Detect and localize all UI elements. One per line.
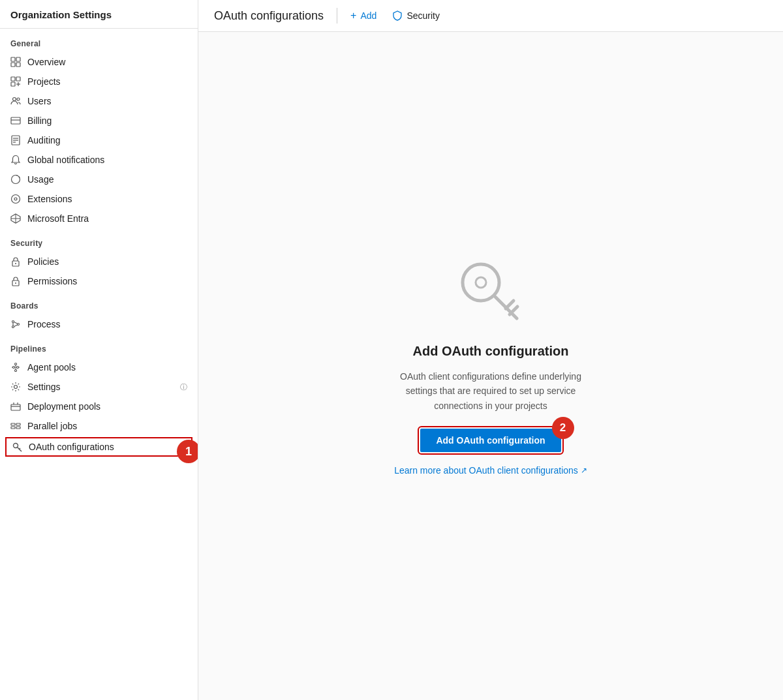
- svg-rect-2: [11, 63, 15, 67]
- svg-rect-43: [11, 404, 20, 410]
- bell-icon: [10, 155, 21, 165]
- projects-icon: [10, 76, 21, 87]
- svg-point-19: [14, 198, 17, 200]
- sidebar-item-parallel-jobs[interactable]: Parallel jobs: [0, 416, 198, 436]
- header-divider: [337, 8, 337, 23]
- empty-state-description: OAuth client configurations define under…: [399, 369, 582, 413]
- sidebar-item-label-settings: Settings: [27, 382, 171, 392]
- sidebar-item-label-permissions: Permissions: [27, 276, 187, 286]
- svg-line-57: [506, 301, 514, 309]
- entra-icon: [10, 213, 21, 224]
- extensions-icon: [10, 194, 21, 204]
- sidebar-item-permissions[interactable]: Permissions: [0, 271, 198, 291]
- sidebar-item-settings[interactable]: Settings ⓘ: [0, 377, 198, 397]
- users-icon: [10, 96, 21, 106]
- sidebar-item-auditing[interactable]: Auditing: [0, 130, 198, 150]
- add-button[interactable]: + Add: [350, 10, 376, 22]
- sidebar-item-process[interactable]: Process: [0, 314, 198, 334]
- sidebar-item-projects[interactable]: Projects: [0, 72, 198, 91]
- sidebar-item-label-billing: Billing: [27, 115, 187, 126]
- empty-state-title: Add OAuth configuration: [413, 344, 569, 359]
- svg-rect-48: [11, 427, 15, 429]
- usage-icon: [10, 174, 21, 185]
- sidebar-item-label-global-notifications: Global notifications: [27, 155, 187, 165]
- sidebar-item-label-policies: Policies: [27, 256, 187, 267]
- learn-more-link[interactable]: Learn more about OAuth client configurat…: [394, 465, 587, 476]
- svg-rect-0: [11, 57, 15, 61]
- content-header: OAuth configurations + Add Security: [198, 0, 783, 32]
- settings-gear-icon: [10, 382, 21, 392]
- sidebar-item-label-auditing: Auditing: [27, 135, 187, 145]
- agent-icon: [10, 362, 21, 373]
- sidebar-item-deployment-pools[interactable]: Deployment pools: [0, 397, 198, 416]
- svg-rect-11: [11, 117, 20, 124]
- sidebar-item-label-overview: Overview: [27, 57, 187, 67]
- sidebar-item-extensions[interactable]: Extensions: [0, 189, 198, 209]
- policies-lock-icon: [10, 256, 21, 267]
- learn-more-text: Learn more about OAuth client configurat…: [394, 465, 578, 476]
- settings-info-icon: ⓘ: [180, 382, 187, 392]
- key-large-icon: [455, 256, 527, 328]
- sidebar-item-billing[interactable]: Billing: [0, 111, 198, 130]
- section-label-general: General: [0, 29, 198, 52]
- oauth-configurations-wrapper: OAuth configurations 1: [5, 437, 192, 457]
- main-content: OAuth configurations + Add Security: [198, 0, 783, 700]
- sidebar-item-policies[interactable]: Policies: [0, 252, 198, 271]
- svg-rect-3: [16, 63, 20, 67]
- sidebar-item-agent-pools[interactable]: Agent pools: [0, 358, 198, 377]
- svg-line-31: [14, 322, 18, 324]
- sidebar-item-label-process: Process: [27, 319, 187, 329]
- process-icon: [10, 319, 21, 329]
- sidebar-item-label-deployment-pools: Deployment pools: [27, 401, 187, 412]
- svg-point-9: [13, 98, 16, 101]
- deployment-icon: [10, 401, 21, 412]
- svg-point-18: [12, 195, 20, 204]
- svg-point-42: [14, 386, 18, 389]
- sidebar-item-label-projects: Projects: [27, 76, 187, 87]
- security-label: Security: [407, 10, 440, 21]
- svg-point-55: [476, 277, 486, 288]
- sidebar-item-label-parallel-jobs: Parallel jobs: [27, 421, 187, 431]
- sidebar-item-label-microsoft-entra: Microsoft Entra: [27, 213, 187, 224]
- svg-rect-1: [16, 57, 20, 61]
- section-label-pipelines: Pipelines: [0, 334, 198, 358]
- sidebar-item-usage[interactable]: Usage: [0, 170, 198, 189]
- sidebar-item-label-agent-pools: Agent pools: [27, 362, 187, 373]
- section-label-boards: Boards: [0, 291, 198, 314]
- sidebar-item-label-extensions: Extensions: [27, 194, 187, 204]
- sidebar-item-overview[interactable]: Overview: [0, 52, 198, 72]
- add-oauth-button[interactable]: Add OAuth configuration: [420, 429, 560, 452]
- billing-icon: [10, 115, 21, 126]
- svg-point-17: [12, 175, 20, 184]
- badge-1: 1: [177, 440, 198, 463]
- svg-rect-49: [16, 423, 20, 425]
- sidebar-item-oauth-configurations[interactable]: OAuth configurations: [5, 437, 192, 457]
- badge-2: 2: [552, 417, 574, 439]
- sidebar-item-label-users: Users: [27, 96, 187, 106]
- svg-point-10: [17, 98, 20, 100]
- grid-icon: [10, 57, 21, 67]
- sidebar-item-label-oauth: OAuth configurations: [29, 442, 186, 452]
- shield-icon: [392, 10, 403, 21]
- page-title: OAuth configurations: [214, 9, 324, 23]
- sidebar-item-microsoft-entra[interactable]: Microsoft Entra: [0, 209, 198, 228]
- svg-rect-50: [16, 427, 20, 429]
- security-button[interactable]: Security: [392, 10, 440, 21]
- svg-point-28: [12, 326, 14, 328]
- svg-rect-4: [11, 77, 15, 81]
- svg-point-54: [463, 264, 499, 301]
- svg-point-34: [17, 367, 19, 369]
- add-label: Add: [360, 10, 376, 21]
- auditing-icon: [10, 135, 21, 145]
- sidebar-item-global-notifications[interactable]: Global notifications: [0, 150, 198, 170]
- svg-line-53: [19, 448, 20, 449]
- sidebar: Organization Settings General Overview P…: [0, 0, 198, 700]
- parallel-icon: [10, 421, 21, 431]
- section-label-security: Security: [0, 228, 198, 252]
- svg-point-39: [15, 370, 17, 372]
- key-icon: [12, 442, 22, 452]
- svg-point-29: [18, 324, 20, 326]
- empty-state: Add OAuth configuration OAuth client con…: [198, 32, 783, 700]
- permissions-lock-icon: [10, 276, 21, 286]
- sidebar-item-users[interactable]: Users: [0, 91, 198, 111]
